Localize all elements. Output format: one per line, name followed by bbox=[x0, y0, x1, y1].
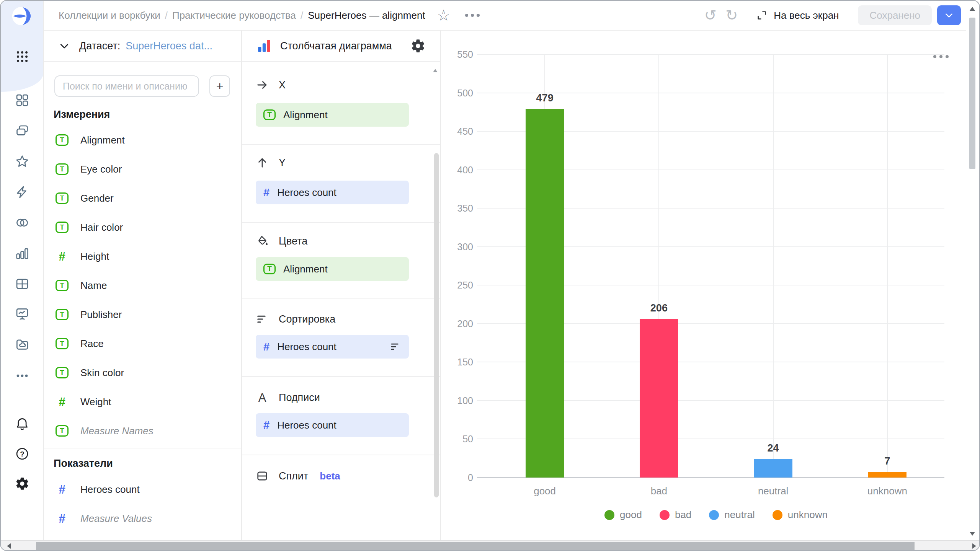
field-search-input[interactable] bbox=[54, 75, 199, 97]
bar-neutral[interactable] bbox=[754, 459, 792, 478]
section-x: X bbox=[256, 77, 286, 93]
type-number-icon: # bbox=[263, 341, 270, 352]
undo-icon[interactable]: ↺ bbox=[704, 8, 717, 23]
sort-direction-icon[interactable] bbox=[390, 341, 401, 352]
sort-lines-icon bbox=[256, 313, 269, 326]
colors-field-chip[interactable]: T Alignment bbox=[256, 257, 409, 281]
y-axis-tick-label: 500 bbox=[441, 87, 473, 99]
dimensions-section-title: Измерения bbox=[54, 109, 110, 121]
legend-item-bad[interactable]: bad bbox=[660, 509, 691, 521]
letter-a-icon: А bbox=[256, 391, 269, 404]
field-row-name[interactable]: TName bbox=[54, 277, 154, 294]
type-number-icon: # bbox=[263, 187, 270, 198]
bar-unknown[interactable] bbox=[868, 472, 906, 478]
charts-bars-icon[interactable] bbox=[15, 246, 29, 261]
scroll-left-arrow[interactable] bbox=[7, 543, 11, 549]
bar-bad[interactable] bbox=[640, 319, 678, 478]
collections-icon[interactable] bbox=[15, 124, 29, 138]
save-dropdown-button[interactable] bbox=[937, 5, 961, 25]
svg-text:?: ? bbox=[20, 450, 24, 458]
column-chart-type-icon[interactable] bbox=[256, 38, 272, 54]
x-axis-category-label: good bbox=[506, 484, 583, 497]
dashboards-monitor-icon[interactable] bbox=[15, 306, 29, 321]
dataset-collapse-chevron-icon[interactable] bbox=[59, 40, 70, 52]
breadcrumb-separator: / bbox=[301, 10, 303, 21]
dimensions-list: TAlignment TEye color TGender THair colo… bbox=[54, 132, 154, 439]
field-row-measure-names[interactable]: TMeasure Names bbox=[54, 422, 154, 439]
field-row-skin-color[interactable]: TSkin color bbox=[54, 364, 154, 381]
services-grid-icon[interactable] bbox=[15, 93, 29, 108]
settings-gear-icon[interactable] bbox=[15, 476, 29, 491]
functions-lightning-icon[interactable] bbox=[15, 185, 29, 199]
connections-circles-icon[interactable] bbox=[15, 215, 29, 230]
section-divider bbox=[44, 448, 241, 448]
arrow-right-icon bbox=[256, 78, 269, 91]
chart-type-header: Столбчатая диаграмма bbox=[242, 31, 440, 62]
legend-item-good[interactable]: good bbox=[604, 509, 642, 521]
scroll-up-arrow[interactable] bbox=[970, 7, 975, 11]
breadcrumb-separator: / bbox=[165, 10, 168, 21]
legend-marker-icon bbox=[604, 510, 614, 520]
scroll-down-arrow[interactable] bbox=[970, 532, 975, 536]
type-string-icon: T bbox=[54, 222, 70, 233]
horizontal-scrollbar[interactable] bbox=[1, 540, 980, 550]
dataset-panel: Датасет: SuperHeroes dat... + Измерения … bbox=[44, 31, 242, 542]
dataset-header: Датасет: SuperHeroes dat... bbox=[44, 31, 241, 62]
datalens-logo-icon[interactable] bbox=[11, 6, 32, 26]
x-field-chip[interactable]: T Alignment bbox=[256, 103, 409, 127]
legend-label: bad bbox=[675, 509, 691, 521]
scroll-right-arrow[interactable] bbox=[972, 543, 976, 549]
legend-item-neutral[interactable]: neutral bbox=[709, 509, 755, 521]
vertical-scrollbar[interactable] bbox=[968, 1, 977, 542]
horizontal-scrollbar-thumb[interactable] bbox=[36, 542, 915, 550]
y-axis-tick-label: 50 bbox=[441, 433, 473, 445]
y-field-chip[interactable]: # Heroes count bbox=[256, 181, 409, 204]
field-row-eye-color[interactable]: TEye color bbox=[54, 161, 154, 178]
field-row-publisher[interactable]: TPublisher bbox=[54, 306, 154, 323]
dataset-name-link[interactable]: SuperHeroes dat... bbox=[126, 40, 212, 52]
sort-field-chip[interactable]: # Heroes count bbox=[256, 335, 409, 359]
breadcrumb-collections[interactable]: Коллекции и воркбуки bbox=[59, 10, 160, 21]
type-number-icon: # bbox=[54, 251, 70, 262]
notifications-bell-icon[interactable] bbox=[15, 416, 29, 430]
help-question-icon[interactable]: ? bbox=[15, 447, 29, 461]
breadcrumb-guides[interactable]: Практические руководства bbox=[172, 10, 296, 21]
labels-field-chip[interactable]: # Heroes count bbox=[256, 413, 409, 437]
more-items-ellipsis-icon[interactable] bbox=[15, 368, 29, 383]
field-row-heroes-count[interactable]: #Heroes count bbox=[54, 481, 152, 498]
saved-button[interactable]: Сохранено bbox=[858, 5, 932, 25]
field-row-alignment[interactable]: TAlignment bbox=[54, 132, 154, 148]
storage-folder-cloud-icon[interactable] bbox=[15, 337, 29, 352]
config-scrollbar-thumb[interactable] bbox=[434, 153, 439, 497]
vertical-scrollbar-thumb[interactable] bbox=[969, 18, 975, 169]
type-string-icon: T bbox=[54, 134, 70, 146]
field-row-race[interactable]: TRace bbox=[54, 335, 154, 352]
field-row-weight[interactable]: #Weight bbox=[54, 393, 154, 410]
redo-icon[interactable]: ↻ bbox=[726, 8, 738, 23]
favorites-star-icon[interactable] bbox=[15, 154, 29, 169]
tables-icon[interactable] bbox=[15, 277, 29, 291]
fullscreen-button[interactable]: На весь экран bbox=[756, 10, 839, 21]
more-actions-button[interactable] bbox=[465, 14, 480, 17]
datalens-window: Коллекции и воркбуки / Практические руко… bbox=[0, 0, 980, 551]
dataset-label: Датасет: bbox=[79, 40, 120, 52]
bar-value-label: 479 bbox=[514, 91, 575, 104]
field-row-gender[interactable]: TGender bbox=[54, 190, 154, 207]
topbar-actions: ↺ ↻ На весь экран Сохранено bbox=[704, 5, 961, 25]
favorite-star-icon[interactable]: ☆ bbox=[437, 8, 451, 23]
field-row-hair-color[interactable]: THair color bbox=[54, 219, 154, 236]
chart-settings-gear-icon[interactable] bbox=[410, 38, 426, 54]
field-row-measure-values[interactable]: #Measure Values bbox=[54, 510, 152, 527]
config-scrollbar-up-arrow[interactable] bbox=[433, 69, 438, 72]
fullscreen-icon bbox=[756, 10, 768, 21]
field-row-height[interactable]: #Height bbox=[54, 248, 154, 265]
legend-item-unknown[interactable]: unknown bbox=[773, 509, 828, 521]
top-bar: Коллекции и воркбуки / Практические руко… bbox=[44, 1, 966, 31]
bar-good[interactable] bbox=[526, 109, 564, 478]
section-divider bbox=[242, 144, 440, 145]
section-divider bbox=[242, 298, 440, 299]
y-axis-tick-label: 300 bbox=[441, 241, 473, 253]
add-field-button[interactable]: + bbox=[209, 75, 230, 97]
apps-grid-icon[interactable] bbox=[15, 49, 29, 64]
left-navigation-rail: ? bbox=[1, 1, 44, 542]
